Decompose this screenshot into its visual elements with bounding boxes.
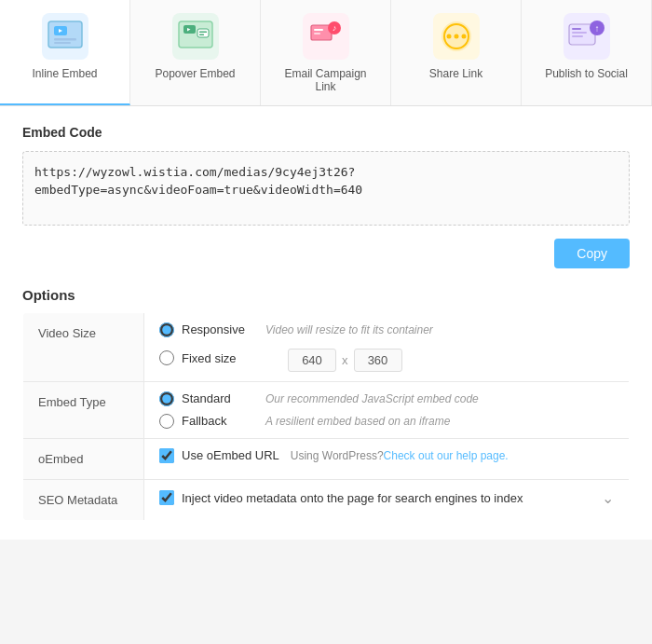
embed-type-content: Standard Our recommended JavaScript embe… [144,381,630,438]
svg-rect-23 [572,32,587,34]
responsive-radio[interactable] [159,322,174,337]
height-input[interactable] [354,349,402,372]
svg-rect-22 [572,28,581,30]
options-title: Options [22,287,630,303]
seo-left: Inject video metadata onto the page for … [159,490,602,505]
svg-rect-14 [314,29,323,31]
copy-button[interactable]: Copy [554,239,630,268]
embed-code-textarea[interactable] [22,151,630,226]
options-section: Options Video Size Responsive Video will… [22,287,630,521]
fallback-label[interactable]: Fallback [182,414,256,428]
tab-inline-embed[interactable]: Inline Embed [0,0,130,105]
oembed-checkbox[interactable] [159,448,174,463]
svg-rect-4 [54,42,71,44]
tab-popover-embed[interactable]: Popover Embed [130,0,261,105]
embed-code-title: Embed Code [22,125,630,140]
standard-desc: Our recommended JavaScript embed code [265,392,479,405]
responsive-label[interactable]: Responsive [182,322,256,336]
svg-text:♪: ♪ [332,23,336,33]
popover-embed-icon [172,13,219,60]
tab-inline-embed-label: Inline Embed [32,67,97,80]
svg-point-20 [461,34,466,39]
svg-point-19 [454,34,458,39]
options-table: Video Size Responsive Video will resize … [22,312,630,521]
copy-row: Copy [22,239,630,268]
tab-bar: Inline Embed Popover Embed ♪ Ema [0,0,652,106]
oembed-checkbox-row: Use oEmbed URL Using WordPress? Check ou… [159,448,614,463]
oembed-help-link[interactable]: Check out our help page. [384,449,509,462]
fixed-radio-row: Fixed size x [159,345,614,372]
tab-popover-embed-label: Popover Embed [155,67,235,80]
standard-label[interactable]: Standard [182,391,256,405]
width-input[interactable] [288,349,336,372]
email-campaign-icon: ♪ [303,13,349,60]
fixed-label[interactable]: Fixed size [182,351,256,365]
size-inputs: x [288,349,402,372]
tab-email-campaign[interactable]: ♪ Email Campaign Link [261,0,391,105]
responsive-radio-row: Responsive Video will resize to fit its … [159,322,614,337]
standard-radio[interactable] [159,391,174,406]
svg-rect-24 [572,35,583,37]
standard-radio-row: Standard Our recommended JavaScript embe… [159,391,614,406]
seo-label: SEO Metadata [23,479,144,520]
video-size-content: Responsive Video will resize to fit its … [144,312,630,381]
tab-share-link-label: Share Link [429,67,482,80]
tab-publish-social-label: Publish to Social [545,67,628,80]
svg-rect-9 [199,32,207,34]
responsive-desc: Video will resize to fit its container [265,323,433,336]
fixed-radio[interactable] [159,350,174,365]
oembed-label: oEmbed [23,438,144,479]
inline-embed-icon [42,13,88,60]
oembed-content: Use oEmbed URL Using WordPress? Check ou… [144,438,630,479]
embed-type-label: Embed Type [23,381,144,438]
video-size-row: Video Size Responsive Video will resize … [23,312,630,381]
seo-checkbox[interactable] [159,490,174,505]
seo-row: SEO Metadata Inject video metadata onto … [23,479,630,520]
fallback-desc: A resilient embed based on an iframe [265,415,450,428]
svg-rect-15 [314,33,320,34]
svg-text:↑: ↑ [594,23,599,34]
embed-type-row: Embed Type Standard Our recommended Java… [23,381,630,438]
tab-email-campaign-label: Email Campaign Link [276,67,375,94]
seo-checkbox-row: Inject video metadata onto the page for … [159,489,614,507]
oembed-row: oEmbed Use oEmbed URL Using WordPress? C… [23,438,630,479]
seo-checkbox-label[interactable]: Inject video metadata onto the page for … [182,491,523,505]
fallback-radio[interactable] [159,414,174,429]
svg-rect-10 [199,34,204,36]
oembed-note: Using WordPress? [291,449,384,462]
svg-rect-8 [197,29,209,37]
publish-social-icon: ↑ [564,13,610,60]
chevron-down-icon[interactable]: ⌄ [602,489,614,507]
size-separator: x [342,353,348,367]
tab-publish-social[interactable]: ↑ Publish to Social [522,0,652,105]
oembed-checkbox-label[interactable]: Use oEmbed URL [182,448,279,462]
svg-point-18 [446,34,451,39]
video-size-label: Video Size [23,312,144,381]
main-content: Embed Code Copy Options Video Size Respo… [0,106,652,540]
share-link-icon [433,13,480,60]
seo-content: Inject video metadata onto the page for … [144,479,630,520]
fallback-radio-row: Fallback A resilient embed based on an i… [159,414,614,429]
tab-share-link[interactable]: Share Link [391,0,522,105]
svg-rect-3 [54,38,76,41]
